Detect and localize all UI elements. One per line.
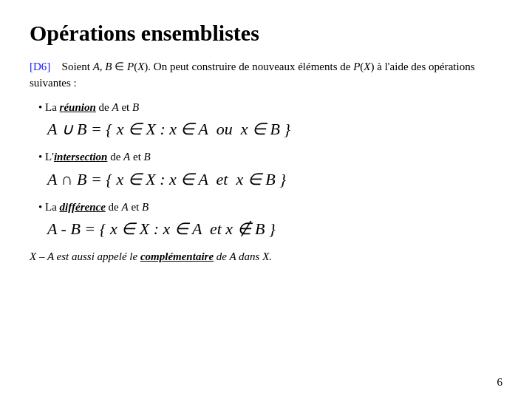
page-number: 6 — [497, 376, 503, 389]
footer-note: X – A est aussi appelé le complémentaire… — [30, 248, 502, 265]
intro-text: Soient A, B ∈ P(X). On peut construire d… — [30, 61, 475, 89]
section-intersection: L'intersection de A et B A ∩ B = { x ∈ X… — [30, 149, 502, 191]
bullet-label-intersection: L'intersection de A et B — [38, 149, 502, 166]
math-intersection: A ∩ B = { x ∈ X : x ∈ A et x ∈ B } — [47, 167, 502, 191]
bullet-label-reunion: La réunion de A et B — [38, 99, 502, 116]
page-title: Opérations ensemblistes — [30, 21, 502, 46]
section-reunion: La réunion de A et B A ∪ B = { x ∈ X : x… — [30, 99, 502, 142]
math-reunion: A ∪ B = { x ∈ X : x ∈ A ou x ∈ B } — [47, 117, 502, 141]
section-difference: La différence de A et B A - B = { x ∈ X … — [30, 199, 502, 242]
bullet-label-difference: La différence de A et B — [38, 199, 502, 216]
page: Opérations ensemblistes [D6] Soient A, B… — [0, 0, 532, 399]
intro-block: [D6] Soient A, B ∈ P(X). On peut constru… — [30, 59, 502, 92]
d6-label: [D6] — [30, 61, 50, 72]
math-difference: A - B = { x ∈ X : x ∈ A et x ∉ B } — [47, 216, 502, 241]
